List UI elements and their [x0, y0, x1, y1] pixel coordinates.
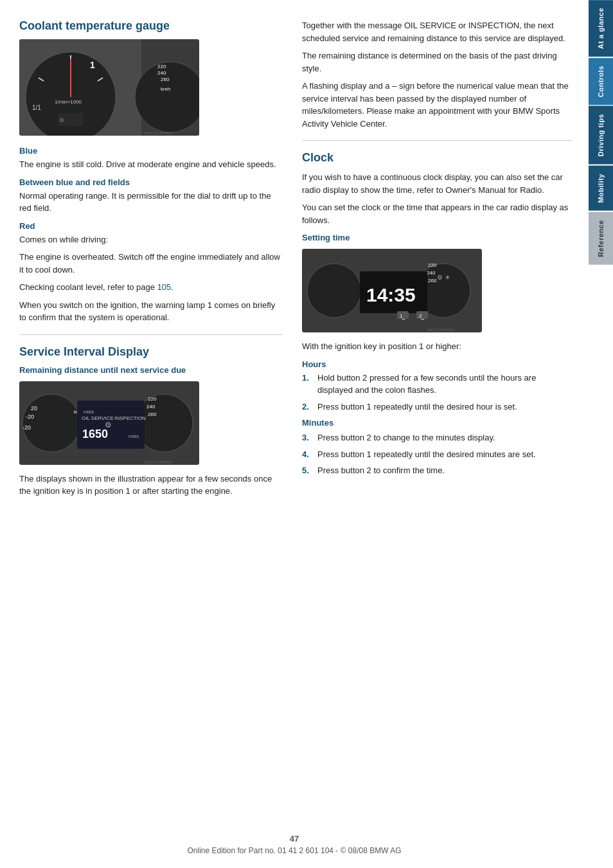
svg-text:240: 240 — [147, 404, 155, 410]
page-number: 47 — [0, 834, 589, 844]
red-text1: Comes on while driving: — [19, 233, 283, 246]
coolant-gauge-image: 1 1/min×1000 1/1 ⚙ 220 240 260 — [19, 39, 199, 136]
minutes-heading: Minutes — [302, 418, 572, 428]
setting-time-heading: Setting time — [302, 233, 572, 242]
minutes-steps: 3. Press button 2 to change to the minut… — [302, 431, 572, 477]
clock-setting-image: 220 240 260 ⚙ ☀ 14:35 1 2 1 2 — [302, 249, 482, 332]
between-heading: Between blue and red fields — [19, 177, 283, 187]
svg-text:240: 240 — [157, 70, 166, 76]
clock-intro2: You can set the clock or the time that a… — [302, 201, 572, 226]
svg-text:-20: -20 — [26, 413, 34, 420]
step-3: 3. Press button 2 to change to the minut… — [302, 431, 572, 444]
service-right-body2: The remaining distance is determined on … — [302, 50, 572, 75]
sidebar-item-driving-tips[interactable]: Driving tips — [589, 106, 613, 165]
section-divider — [19, 334, 283, 335]
sidebar-item-mobility[interactable]: Mobility — [589, 166, 613, 211]
footer: 47 Online Edition for Part no. 01 41 2 6… — [0, 834, 589, 855]
red-heading: Red — [19, 221, 283, 231]
svg-text:WCC13-065W1: WCC13-065W1 — [145, 460, 172, 464]
step-5: 5. Press button 2 to confirm the time. — [302, 464, 572, 477]
svg-text:260: 260 — [161, 77, 170, 82]
svg-text:240: 240 — [427, 270, 436, 276]
clock-divider — [302, 140, 572, 141]
svg-text:⚙ ☀: ⚙ ☀ — [437, 274, 450, 281]
sidebar-item-controls[interactable]: Controls — [589, 58, 613, 105]
remaining-heading: Remaining distance until next service du… — [19, 365, 283, 375]
copyright-text: Online Edition for Part no. 01 41 2 601 … — [0, 846, 589, 855]
svg-text:kmh: kmh — [161, 86, 170, 92]
step-2: 2. Press button 1 repeatedly until the d… — [302, 401, 572, 413]
svg-text:220: 220 — [148, 396, 157, 402]
svg-text:INSPECTION: INSPECTION — [114, 415, 146, 421]
service-title: Service Interval Display — [19, 345, 283, 359]
red-text2: The engine is overheated. Switch off the… — [19, 251, 283, 276]
svg-text:WCC13-064W1: WCC13-064W1 — [145, 131, 172, 135]
clock-title: Clock — [302, 151, 572, 165]
svg-text:miles: miles — [84, 410, 94, 414]
svg-text:1/1: 1/1 — [32, 104, 41, 111]
service-interval-image: 20 -20 kmh -20 220 240 260 OIL SERVICE ⚙ — [19, 381, 199, 465]
ignition-note: With the ignition key in position 1 or h… — [302, 340, 572, 353]
svg-point-38 — [307, 264, 361, 318]
svg-text:1: 1 — [400, 313, 403, 319]
svg-text:1: 1 — [90, 60, 95, 70]
svg-text:WCC13-066W1: WCC13-066W1 — [427, 328, 455, 332]
coolant-title: Coolant temperature gauge — [19, 19, 283, 33]
svg-text:1/min×1000: 1/min×1000 — [55, 99, 82, 105]
service-right-body1: Together with the message OIL SERVICE or… — [302, 19, 572, 44]
hours-steps: 1. Hold button 2 pressed for a few secon… — [302, 372, 572, 413]
sidebar: At a glance Controls Driving tips Mobili… — [589, 0, 613, 868]
blue-text: The engine is still cold. Drive at moder… — [19, 158, 283, 171]
svg-rect-48 — [397, 311, 409, 319]
svg-text:1650: 1650 — [82, 428, 108, 440]
svg-point-20 — [22, 394, 80, 452]
sidebar-item-reference[interactable]: Reference — [589, 212, 613, 265]
svg-text:⚙: ⚙ — [59, 117, 64, 123]
service-body: The displays shown in the illustration a… — [19, 473, 283, 498]
svg-text:260: 260 — [148, 411, 157, 417]
svg-text:2: 2 — [419, 313, 422, 319]
step-4: 4. Press button 1 repeatedly until the d… — [302, 448, 572, 461]
hours-heading: Hours — [302, 359, 572, 369]
service-right-body3: A flashing display and a – sign before t… — [302, 80, 572, 130]
sidebar-item-at-a-glance[interactable]: At a glance — [589, 0, 613, 57]
step-1: 1. Hold button 2 pressed for a few secon… — [302, 372, 572, 397]
svg-rect-49 — [416, 311, 428, 319]
blue-heading: Blue — [19, 146, 283, 156]
red-text4: When you switch on the ignition, the war… — [19, 299, 283, 324]
svg-text:220: 220 — [428, 262, 437, 268]
svg-text:260: 260 — [428, 278, 437, 284]
clock-intro1: If you wish to have a continuous clock d… — [302, 171, 572, 196]
svg-text:miles: miles — [129, 434, 139, 439]
svg-text:20: 20 — [31, 405, 37, 411]
red-text3: Checking coolant level, refer to page 10… — [19, 281, 283, 294]
svg-text:-20: -20 — [22, 424, 31, 431]
svg-text:14:35: 14:35 — [366, 284, 416, 305]
svg-text:220: 220 — [157, 64, 166, 69]
between-text: Normal operating range. It is permissibl… — [19, 190, 283, 215]
